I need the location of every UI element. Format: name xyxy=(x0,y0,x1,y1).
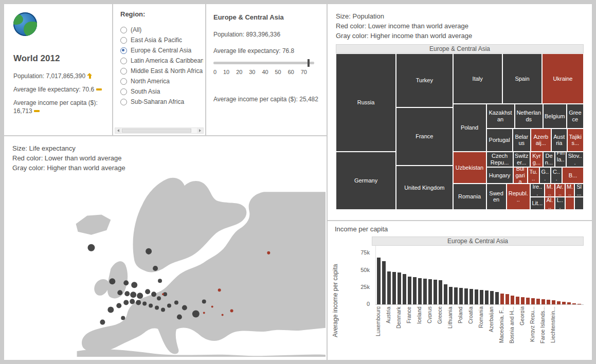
bar-country-5[interactable] xyxy=(403,274,406,304)
country-dot[interactable] xyxy=(100,320,105,325)
treemap-tile-lit[interactable]: Lit... xyxy=(530,197,545,210)
treemap-tile-tu[interactable]: Tu... xyxy=(528,167,539,184)
radio-selected-icon[interactable] xyxy=(120,47,127,54)
treemap-tile-united-kingdom[interactable]: United Kingdom xyxy=(396,166,453,210)
bar-country-9[interactable] xyxy=(423,279,427,304)
treemap-tile-republ[interactable]: Republ... xyxy=(507,184,530,210)
bar-country-36[interactable] xyxy=(562,302,566,304)
bar-country-11[interactable] xyxy=(434,280,437,304)
country-dot[interactable] xyxy=(192,310,200,317)
region-option-middle-east-north-africa[interactable]: Middle East & North Africa xyxy=(120,66,203,76)
bar-iceland[interactable] xyxy=(418,278,422,304)
bar-denmark[interactable] xyxy=(398,272,401,304)
country-dot[interactable] xyxy=(87,244,95,251)
treemap-tile-ar[interactable]: Ar... xyxy=(555,184,565,197)
country-dot[interactable] xyxy=(123,300,129,305)
treemap-tile-item[interactable] xyxy=(565,197,574,210)
treemap-tile-portugal[interactable]: Portugal xyxy=(486,129,513,152)
region-option-latin-america-caribbean[interactable]: Latin America & Caribbean xyxy=(120,56,203,66)
treemap-tile-turkey[interactable]: Turkey xyxy=(396,53,453,107)
bar-romania[interactable] xyxy=(480,290,483,304)
radio-icon[interactable] xyxy=(120,27,127,33)
treemap-tile-netherlands[interactable]: Netherlands xyxy=(515,104,543,129)
country-dot[interactable] xyxy=(123,280,129,285)
treemap-tile-finla[interactable]: Finla... xyxy=(555,152,566,167)
treemap-tile-austria[interactable]: Austria xyxy=(551,129,567,152)
treemap-tile-france[interactable]: France xyxy=(396,107,453,166)
bar-country-25[interactable] xyxy=(505,294,509,304)
bar-macedonia-f[interactable] xyxy=(500,294,504,304)
country-dot[interactable] xyxy=(130,292,136,298)
bar-lithuania[interactable] xyxy=(449,287,453,304)
country-dot[interactable] xyxy=(137,293,143,299)
treemap-tile-g[interactable]: G... xyxy=(539,167,551,184)
country-dot[interactable] xyxy=(162,293,164,295)
country-dot[interactable] xyxy=(121,316,125,320)
radio-icon[interactable] xyxy=(120,37,127,44)
scroll-right-icon[interactable] xyxy=(197,128,203,133)
treemap-tile-slov[interactable]: Slov... xyxy=(566,152,584,167)
country-dot[interactable] xyxy=(174,300,178,304)
treemap-tile-b[interactable]: B... xyxy=(562,167,584,184)
radio-icon[interactable] xyxy=(120,99,127,105)
treemap-tile-poland[interactable]: Poland xyxy=(453,104,486,152)
treemap-tile-c[interactable]: C... xyxy=(551,167,562,184)
treemap-tile-azerbaij[interactable]: Azerbaij... xyxy=(531,129,551,152)
country-dot[interactable] xyxy=(158,279,162,283)
bar-country-39[interactable] xyxy=(577,304,581,304)
country-dot[interactable] xyxy=(131,282,137,288)
treemap-tile-italy[interactable]: Italy xyxy=(453,53,502,104)
region-option-sub-saharan-africa[interactable]: Sub-Saharan Africa xyxy=(120,97,203,107)
region-scrollbar[interactable] xyxy=(115,128,204,134)
bar-country-38[interactable] xyxy=(572,303,576,304)
country-dot[interactable] xyxy=(117,290,122,295)
country-dot[interactable] xyxy=(151,292,156,297)
bar-country-31[interactable] xyxy=(536,299,540,304)
country-dot[interactable] xyxy=(267,251,270,254)
country-dot[interactable] xyxy=(211,305,213,307)
treemap-tile-germany[interactable]: Germany xyxy=(336,152,396,210)
treemap-tile-belgium[interactable]: Belgium xyxy=(543,104,567,129)
country-dot[interactable] xyxy=(218,288,221,292)
bar-country-3[interactable] xyxy=(392,272,396,304)
treemap-tile-item[interactable] xyxy=(574,197,584,210)
treemap-tile-ukraine[interactable]: Ukraine xyxy=(542,53,584,104)
radio-icon[interactable] xyxy=(120,68,127,75)
bar-country-1[interactable] xyxy=(382,261,386,304)
region-option-all[interactable]: (All) xyxy=(120,25,203,35)
treemap-tile-czech-repu[interactable]: Czech Repu... xyxy=(486,152,513,167)
bar-france[interactable] xyxy=(408,277,411,304)
bar-country-35[interactable] xyxy=(557,301,561,304)
country-dot[interactable] xyxy=(155,305,159,310)
country-dot[interactable] xyxy=(153,266,158,271)
bar-country-17[interactable] xyxy=(464,288,468,304)
bar-bosnia-and-h[interactable] xyxy=(511,296,514,304)
treemap-tile-kazakhstan[interactable]: Kazakhstan xyxy=(486,104,515,129)
country-dot[interactable] xyxy=(230,309,233,312)
treemap-tile-switzer[interactable]: Switzer... xyxy=(513,152,530,167)
bar-country-15[interactable] xyxy=(454,287,458,304)
treemap-tile-sweden[interactable]: Sweden xyxy=(486,184,507,210)
country-dot[interactable] xyxy=(116,303,121,308)
radio-icon[interactable] xyxy=(120,78,127,85)
treemap-tile-romania[interactable]: Romania xyxy=(453,184,486,210)
country-dot[interactable] xyxy=(124,291,130,296)
treemap-tile-m[interactable]: M... xyxy=(565,184,574,197)
country-dot[interactable] xyxy=(161,307,165,312)
region-option-europe-central-asia[interactable]: Europe & Central Asia xyxy=(120,45,203,56)
scrollbar-track[interactable] xyxy=(122,129,196,133)
country-dot[interactable] xyxy=(177,315,182,320)
bar-country-33[interactable] xyxy=(547,300,550,304)
treemap-tile-sl[interactable]: Sl... xyxy=(574,184,584,197)
bar-poland[interactable] xyxy=(459,288,463,304)
bar-austria[interactable] xyxy=(387,271,391,304)
bar-country-23[interactable] xyxy=(495,292,499,304)
treemap-tile-belarus[interactable]: Belarus xyxy=(513,129,531,152)
radio-icon[interactable] xyxy=(120,88,127,95)
country-dot[interactable] xyxy=(130,299,135,304)
treemap-tile-den[interactable]: Den... xyxy=(543,152,555,167)
scrollbar-thumb[interactable] xyxy=(122,129,191,133)
region-option-south-asia[interactable]: South Asia xyxy=(120,86,203,97)
bar-country-27[interactable] xyxy=(516,297,519,304)
scroll-left-icon[interactable] xyxy=(115,128,121,133)
